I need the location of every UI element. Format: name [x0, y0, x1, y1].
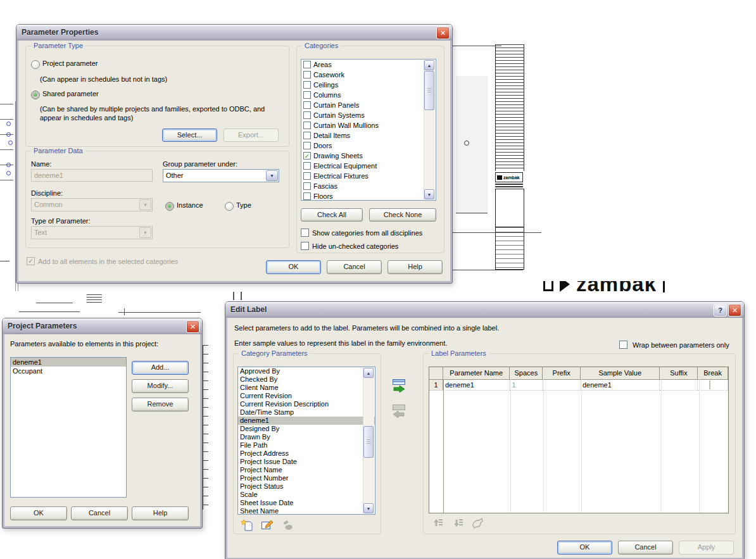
edit-parameter-icon[interactable] — [259, 518, 275, 532]
category-item[interactable]: Fascias — [301, 181, 436, 191]
category-item[interactable]: Detail Items — [301, 130, 436, 141]
edit-sample-icon[interactable] — [469, 516, 486, 530]
project-parameter-label[interactable]: Project parameter — [42, 60, 98, 67]
category-parameter-item[interactable]: File Path — [238, 441, 375, 449]
cell-prefix[interactable] — [543, 380, 581, 391]
cancel-button[interactable]: Cancel — [327, 260, 382, 274]
category-item[interactable]: Curtain Panels — [301, 100, 436, 110]
shared-parameter-label[interactable]: Shared parameter — [42, 90, 99, 97]
check-all-button[interactable]: Check All — [301, 208, 363, 222]
chevron-down-icon[interactable]: ▼ — [266, 170, 278, 181]
scroll-up-icon[interactable]: ▲ — [424, 60, 434, 70]
cell-break[interactable] — [698, 380, 728, 391]
cell-sample-value[interactable]: deneme1 — [581, 380, 660, 391]
category-item[interactable]: Floors — [301, 191, 436, 201]
show-all-disciplines-checkbox[interactable] — [301, 229, 309, 237]
delete-parameter-icon[interactable] — [279, 518, 296, 532]
category-item[interactable]: Electrical Fixtures — [301, 171, 436, 181]
scrollbar-thumb[interactable] — [424, 71, 434, 110]
category-parameter-item[interactable]: Designed By — [238, 425, 375, 433]
edit-label-titlebar[interactable]: Edit Label ? ✕ — [225, 302, 744, 318]
help-button[interactable]: Help — [132, 506, 189, 520]
wrap-checkbox[interactable] — [619, 341, 627, 349]
category-parameter-item[interactable]: Project Name — [238, 466, 375, 474]
discipline-select[interactable]: Common ▼ — [31, 198, 153, 211]
category-parameter-item[interactable]: Client Name — [238, 384, 375, 392]
wrap-checkbox-label[interactable]: Wrap between parameters only — [633, 341, 729, 349]
category-parameter-item[interactable]: Date/Time Stamp — [238, 408, 375, 417]
project-parameters-titlebar[interactable]: Project Parameters ✕ — [3, 318, 202, 334]
scrollbar-thumb[interactable] — [363, 426, 374, 458]
category-parameter-item[interactable]: deneme1 — [238, 417, 375, 425]
category-checkbox[interactable] — [303, 111, 311, 119]
ok-button[interactable]: OK — [10, 506, 67, 520]
type-of-parameter-select[interactable]: Text ▼ — [31, 226, 153, 239]
category-parameter-item[interactable]: Checked By — [238, 375, 375, 384]
name-input[interactable]: deneme1 — [31, 169, 153, 182]
category-checkbox[interactable] — [303, 162, 311, 170]
hide-unchecked-checkbox[interactable] — [301, 242, 309, 250]
help-icon[interactable]: ? — [714, 304, 727, 317]
category-parameter-item[interactable]: Project Address — [238, 449, 375, 458]
category-item[interactable]: Columns — [301, 90, 436, 100]
check-none-button[interactable]: Check None — [369, 208, 436, 222]
category-checkbox[interactable] — [303, 81, 311, 89]
instance-label[interactable]: Instance — [177, 201, 203, 209]
category-parameter-item[interactable]: Approved By — [238, 367, 375, 375]
break-checkbox[interactable] — [709, 380, 710, 389]
remove-from-label-icon[interactable] — [391, 404, 407, 418]
category-checkbox[interactable] — [303, 172, 311, 180]
project-parameter-item[interactable]: deneme1 — [11, 358, 126, 367]
instance-radio[interactable] — [165, 202, 174, 211]
category-checkbox[interactable]: ✓ — [303, 152, 311, 160]
cell-spaces[interactable]: 1 — [510, 380, 543, 391]
group-parameter-under-select[interactable]: Other ▼ — [163, 169, 279, 182]
category-item[interactable]: Areas — [301, 60, 436, 70]
help-button[interactable]: Help — [387, 260, 443, 274]
close-icon[interactable]: ✕ — [186, 320, 199, 333]
move-down-icon[interactable] — [449, 516, 465, 530]
show-all-disciplines-label[interactable]: Show categories from all disciplines — [312, 229, 422, 237]
categories-list[interactable]: AreasCaseworkCeilingsColumnsCurtain Pane… — [301, 59, 436, 201]
type-label[interactable]: Type — [236, 201, 251, 209]
category-parameter-item[interactable]: Project Number — [238, 474, 375, 482]
category-checkbox[interactable] — [303, 192, 311, 200]
category-item[interactable]: Electrical Equipment — [301, 161, 436, 171]
category-item[interactable]: Curtain Systems — [301, 110, 436, 120]
cell-suffix[interactable] — [660, 380, 698, 391]
category-item[interactable]: Doors — [301, 141, 436, 151]
category-item[interactable]: ✓Drawing Sheets — [301, 151, 436, 161]
cell-parameter-name[interactable]: deneme1 — [443, 380, 510, 391]
category-parameter-item[interactable]: Project Status — [238, 482, 375, 491]
close-icon[interactable]: ✕ — [728, 304, 741, 317]
label-parameters-table[interactable]: Parameter NameSpacesPrefixSample ValueSu… — [429, 367, 729, 513]
category-parameters-scrollbar[interactable]: ▲ ▼ — [363, 368, 374, 513]
category-checkbox[interactable] — [303, 122, 311, 129]
category-checkbox[interactable] — [303, 142, 311, 149]
category-parameter-item[interactable]: Drawn By — [238, 433, 375, 441]
project-parameter-radio[interactable] — [31, 60, 40, 69]
new-parameter-icon[interactable] — [239, 518, 255, 532]
category-parameter-item[interactable]: Sheet Issue Date — [238, 499, 375, 507]
category-parameter-item[interactable]: Current Revision Description — [238, 400, 375, 408]
category-item[interactable]: Curtain Wall Mullions — [301, 120, 436, 130]
type-radio[interactable] — [225, 202, 234, 211]
category-checkbox[interactable] — [303, 182, 311, 190]
category-checkbox[interactable] — [303, 61, 311, 68]
category-parameter-item[interactable]: Scale — [238, 491, 375, 499]
apply-button[interactable]: Apply — [679, 541, 734, 555]
category-checkbox[interactable] — [303, 71, 311, 79]
cancel-button[interactable]: Cancel — [618, 541, 673, 555]
project-parameter-item[interactable]: Occupant — [11, 367, 126, 375]
export-button[interactable]: Export... — [224, 129, 279, 142]
cancel-button[interactable]: Cancel — [71, 506, 128, 520]
add-to-label-icon[interactable] — [391, 379, 407, 393]
category-checkbox[interactable] — [303, 91, 311, 99]
category-parameter-item[interactable]: Project Issue Date — [238, 458, 375, 466]
cell-num[interactable]: 1 — [429, 380, 443, 391]
select-button[interactable]: Select... — [162, 129, 217, 142]
category-checkbox[interactable] — [303, 132, 311, 139]
project-parameters-list[interactable]: deneme1Occupant — [10, 357, 127, 498]
category-parameter-item[interactable]: Sheet Name — [238, 507, 375, 515]
ok-button[interactable]: OK — [557, 541, 612, 555]
